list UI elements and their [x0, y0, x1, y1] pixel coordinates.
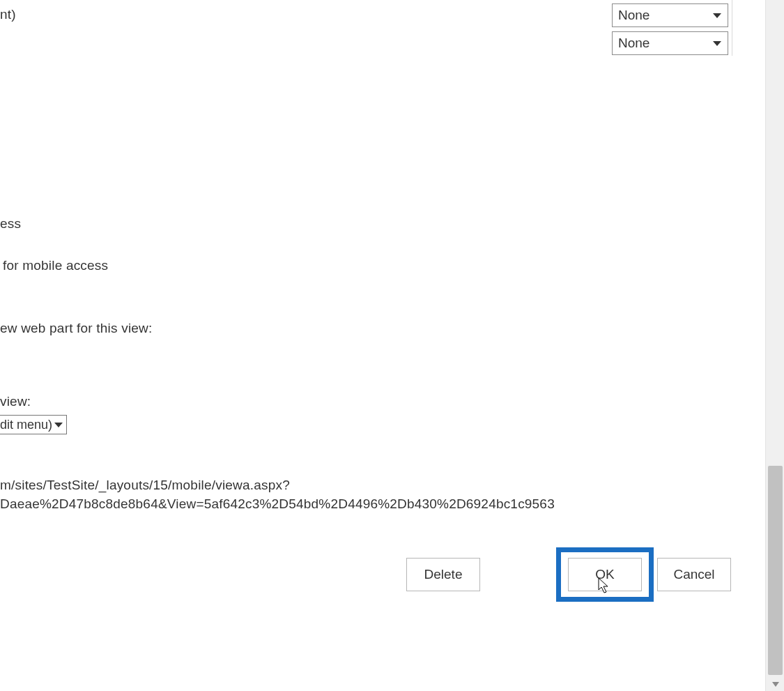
svg-marker-4: [772, 682, 779, 687]
field-select[interactable]: dit menu): [0, 415, 67, 434]
text-fragment: nt): [0, 7, 16, 22]
vertical-scrollbar[interactable]: [765, 0, 784, 691]
mobile-access-label: for mobile access: [3, 258, 108, 273]
divider: [732, 0, 732, 56]
mobile-view-url: m/sites/TestSite/_layouts/15/mobile/view…: [0, 478, 290, 493]
scrollbar-thumb[interactable]: [768, 466, 783, 675]
chevron-down-icon: [712, 10, 722, 20]
web-part-label: ew web part for this view:: [0, 321, 153, 336]
cancel-button[interactable]: Cancel: [657, 558, 731, 591]
select-value: None: [618, 36, 650, 51]
chevron-down-icon: [54, 420, 63, 429]
svg-marker-0: [713, 13, 721, 18]
text-fragment: ess: [0, 216, 21, 231]
sort-column-select-2[interactable]: None: [612, 31, 728, 55]
select-value: None: [618, 8, 650, 23]
chevron-down-icon: [712, 38, 722, 48]
delete-button[interactable]: Delete: [406, 558, 480, 591]
ok-button[interactable]: OK: [568, 558, 642, 591]
svg-marker-1: [713, 41, 721, 46]
sort-column-select-1[interactable]: None: [612, 3, 728, 27]
scroll-down-button[interactable]: [766, 677, 784, 691]
select-value: dit menu): [0, 418, 54, 432]
mobile-view-url: Daeae%2D47b8c8de8b64&View=5af642c3%2D54b…: [0, 496, 555, 512]
svg-marker-2: [54, 423, 63, 427]
settings-panel: None None nt) ess for mobile access ew w…: [0, 0, 765, 691]
action-buttons-row: Delete OK Cancel: [0, 558, 732, 607]
view-label: view:: [0, 394, 31, 409]
